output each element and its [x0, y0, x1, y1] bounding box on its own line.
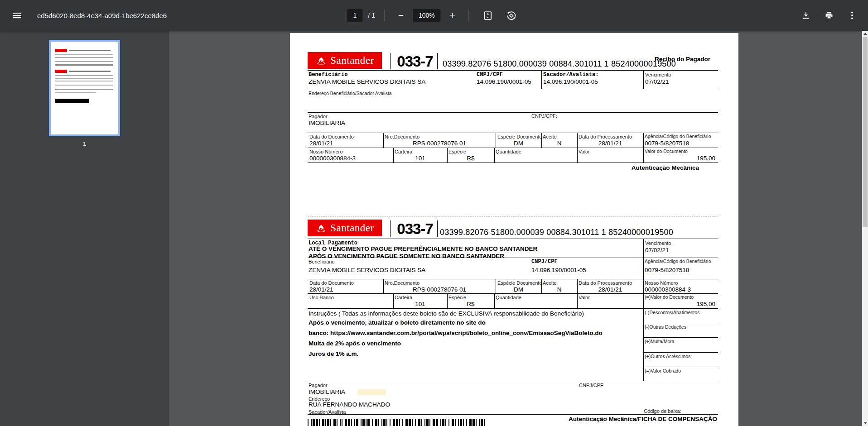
field-value: 195,00 — [645, 155, 715, 162]
field-value: DM — [496, 286, 541, 293]
beneficiario-value: ZENVIA MOBILE SERVICOS DIGITAIS SA — [309, 78, 425, 86]
deductions-label: (=)Valor Cobrado — [645, 369, 681, 374]
field-value: R$ — [447, 155, 494, 162]
field-label: Aceite — [543, 280, 557, 286]
menu-button[interactable] — [7, 6, 26, 25]
table-border — [643, 239, 644, 381]
table-border — [308, 279, 718, 279]
kebab-menu-icon — [848, 11, 857, 20]
instrucoes-line: banco: https://www.santander.com.br/port… — [309, 330, 603, 337]
page-1-thumbnail[interactable] — [49, 40, 120, 136]
field-value: 28/01/21 — [577, 140, 643, 147]
field-label: Nosso Número — [309, 149, 342, 154]
field-value: RPS 000278076 01 — [383, 140, 496, 147]
header-divider — [437, 53, 438, 69]
more-options-button[interactable] — [843, 6, 862, 25]
field-label: (=)Valor do Documento — [645, 295, 694, 300]
field-label: Aceite — [543, 134, 557, 139]
zoom-level[interactable]: 100% — [413, 9, 441, 22]
pagador-value: IMOBILIARIA — [309, 120, 345, 127]
header-divider — [390, 53, 391, 69]
field-label: Agência/Código do Beneficiário — [645, 134, 711, 139]
recibo-title: Recibo do Pagador — [607, 56, 710, 63]
table-border — [577, 133, 578, 148]
field-label: Quantidade — [496, 149, 521, 154]
fit-to-page-button[interactable] — [478, 6, 497, 25]
santander-logo: Santander — [308, 52, 382, 69]
header-divider — [437, 220, 438, 237]
local-pagamento-line2: APÓS O VENCIMENTO PAGUE SOMENTE NO BANCO… — [309, 253, 504, 260]
page-zoom-controls: / 1 − 100% + — [347, 0, 521, 31]
fit-to-page-icon — [483, 11, 492, 20]
scroll-up-button[interactable] — [862, 31, 868, 37]
instrucoes-line: Multa de 2% após o vencimento — [309, 340, 401, 347]
pagador-cnpj-label: CNPJ/CPF: — [531, 113, 557, 119]
zoom-in-button[interactable]: + — [445, 8, 460, 23]
table-border — [308, 112, 718, 113]
table-border — [643, 70, 644, 89]
table-border — [393, 293, 394, 308]
field-value: N — [541, 140, 577, 147]
cnpj-label: CNPJ/CPF — [579, 383, 603, 388]
table-border — [447, 148, 448, 163]
print-button[interactable] — [820, 6, 839, 25]
table-border — [496, 279, 496, 293]
field-label: Quantidade — [496, 295, 521, 300]
toolbar-right — [796, 6, 862, 25]
deductions-label: (-)Descontos/Abatimentos — [645, 310, 699, 316]
hamburger-icon — [12, 11, 21, 20]
pdf-viewer: { "toolbar": { "title": "ed5d6020-8ed8-4… — [0, 0, 868, 426]
field-value: 000000300884-3 — [309, 155, 356, 162]
table-border — [643, 323, 718, 323]
table-border — [577, 279, 578, 293]
field-value: DM — [496, 140, 541, 147]
rotate-button[interactable] — [502, 6, 521, 25]
field-value: N — [541, 286, 577, 293]
vencimento-value: 07/02/21 — [645, 247, 669, 254]
field-label: Valor do Documento — [645, 149, 688, 154]
deductions-label: (+)Outros Acréscimos — [645, 354, 690, 359]
endereco-beneficiario-label: Endereço Beneficiário/Sacador Avalista — [309, 91, 392, 96]
table-border — [383, 133, 384, 148]
field-label: Valor — [579, 295, 590, 300]
table-border — [643, 352, 718, 353]
field-label: Nro.Documento — [385, 280, 420, 286]
agencia-label: Agência/Código do Beneficiário — [645, 259, 711, 264]
autenticacao-mecanica: Autenticação Mecânica — [562, 164, 699, 172]
page-number-input[interactable] — [347, 9, 362, 22]
field-label: Data do Documento — [309, 134, 354, 139]
table-border — [643, 367, 718, 367]
table-border — [308, 148, 718, 148]
scroll-down-icon — [863, 422, 867, 424]
deductions-label: (+)Multa/Mora — [645, 339, 675, 345]
table-border — [308, 258, 718, 258]
santander-wordmark: Santander — [330, 55, 374, 67]
table-border — [577, 293, 578, 308]
zoom-out-button[interactable]: − — [394, 8, 408, 23]
download-button[interactable] — [796, 6, 815, 25]
vertical-scrollbar[interactable] — [862, 31, 868, 426]
field-value: 000000300884-3 — [645, 286, 691, 293]
field-value: RPS 000278076 01 — [383, 286, 496, 293]
field-value: 28/01/21 — [309, 286, 333, 293]
scroll-down-button[interactable] — [862, 420, 868, 426]
pagador-label: Pagador — [309, 383, 328, 388]
santander-flame-icon — [315, 56, 327, 65]
header-divider — [390, 220, 391, 237]
table-border — [494, 293, 495, 308]
scrollbar-thumb[interactable] — [863, 37, 868, 227]
beneficiario-value: ZENVIA MOBILE SERVICOS DIGITAIS SA — [309, 267, 425, 274]
field-label: Data do Processamento — [579, 134, 632, 139]
cnpj-value: 14.096.190/0001-05 — [531, 267, 586, 274]
codigo-baixa-label: Código de baixa: — [644, 408, 681, 414]
field-label: Espécie — [448, 149, 466, 154]
table-border — [308, 70, 718, 71]
cut-line — [308, 216, 718, 216]
thumbnail-sidebar: 1 — [0, 31, 169, 426]
agencia-value: 0079-5/8207518 — [645, 267, 689, 274]
vencimento-label: Vencimento — [645, 72, 671, 77]
field-label: Valor — [579, 149, 590, 154]
pagador-label: Pagador — [309, 114, 328, 119]
instrucoes-line: Instruções ( Todas as informações deste … — [309, 310, 584, 317]
table-border — [541, 279, 542, 293]
